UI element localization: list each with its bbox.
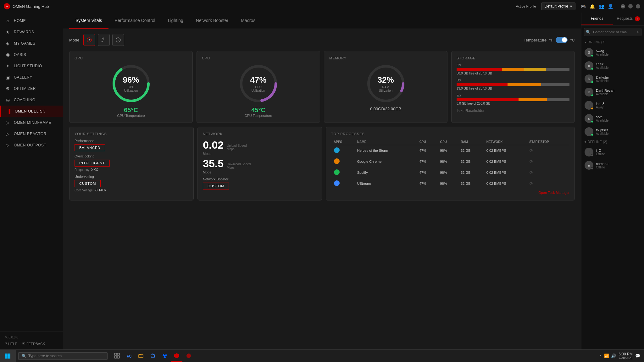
status-dot [591,68,593,70]
titlebar-right: Active Profile Default Profile ▾ 🎮 🔔 👥 👤… [516,3,640,10]
upload-unit: Mbps [203,152,224,156]
taskbar-app-explorer[interactable] [135,350,147,362]
taskbar-app-unknown[interactable] [183,350,194,362]
storage-drive-e-label: E:\ [457,93,569,97]
taskbar-app-omen[interactable] [171,350,182,362]
mode-btn-speedometer[interactable] [83,34,95,46]
gpu-temp: 65°C [124,107,138,114]
friend-item[interactable]: n nomana Offline [581,159,644,172]
stop-icon[interactable]: ⊘ [529,170,533,175]
svg-rect-22 [117,353,119,355]
notification-center-icon[interactable]: 💬 [635,354,640,358]
sidebar-item-optimizer[interactable]: ⚙ OPTIMIZER [0,83,63,94]
minimize-button[interactable]: — [621,4,625,8]
col-name: NAME [355,139,417,145]
sidebar-item-home[interactable]: ⌂ HOME [0,15,63,26]
volume-tray-icon[interactable]: 🔊 [611,354,616,358]
close-button[interactable]: × [636,4,640,8]
process-table: APPS NAME CPU GPU RAM NETWORK START/STOP [331,139,569,189]
sidebar-item-rewards[interactable]: ★ REWARDS [0,26,63,38]
titlebar: O OMEN Gaming Hub Active Profile Default… [0,0,644,13]
tab-performance-control[interactable]: Performance Control [108,13,162,29]
friend-item[interactable]: D Darkstar Available [581,72,644,85]
process-stop-btn[interactable]: ⊘ [527,145,569,156]
stop-icon[interactable]: ⊘ [529,181,533,186]
friend-status: Available [596,66,641,69]
cpu-title: CPU [202,56,315,60]
friend-name: Darkstar [596,75,641,79]
bell-icon[interactable]: 🔔 [590,4,595,9]
toggle-knob [562,37,567,42]
friend-item[interactable]: $ $wag Available [581,46,644,59]
network-booster-value-btn[interactable]: CUSTOM [203,183,229,189]
tab-network-booster[interactable]: Network Booster [190,13,235,29]
performance-value-btn[interactable]: BALANCED [75,144,105,151]
sidebar-item-coaching[interactable]: ◎ COACHING [0,94,63,106]
status-dot [591,120,593,123]
task-view-icon [114,353,120,359]
stop-icon[interactable]: ⊘ [529,159,533,164]
sidebar-item-oasis[interactable]: ◉ OASIS [0,49,63,60]
celsius-label: °C [570,38,575,42]
undervolting-value-btn[interactable]: CUSTOM [75,180,101,187]
tab-friends[interactable]: Friends [581,13,613,25]
sidebar-item-omen-outpost[interactable]: ▷ OMEN OUTPOST [0,140,63,151]
sidebar-item-omen-reactor[interactable]: ▷ OMEN REACTOR [0,128,63,140]
friend-name: srvd [596,115,641,119]
download-labels: Download Speed Mbps [227,162,251,169]
storage-placeholder: Text Placeholder [457,108,569,113]
friend-item[interactable]: s srvd Available [581,112,644,125]
process-stop-btn[interactable]: ⊘ [527,178,569,189]
svg-point-13 [334,147,340,153]
sidebar-item-gallery[interactable]: ▣ GALLERY [0,72,63,83]
tab-system-vitals[interactable]: System Vitals [69,13,108,29]
taskbar-app-store[interactable] [147,350,158,362]
taskbar-app-dropbox[interactable] [159,350,170,362]
status-dot [591,81,593,83]
process-stop-btn[interactable]: ⊘ [527,167,569,178]
friend-item[interactable]: i i_O Offline [581,145,644,159]
network-tray-icon[interactable]: 📶 [604,354,609,358]
cpu-temp: 45°C [251,107,265,114]
avatar-icon[interactable]: 👤 [608,4,613,9]
tab-macros[interactable]: Macros [235,13,262,29]
cpu-percent: 47% [248,75,269,85]
tab-requests-label: Requests [617,16,633,21]
feedback-button[interactable]: ✉ FEEDBACK [22,342,45,346]
friend-item[interactable]: c chair Available [581,59,644,72]
storage-drive-d: D:\ 13.0 GB free of 237.0 GB [457,78,569,90]
refresh-icon[interactable]: ↻ [636,30,640,34]
tab-requests[interactable]: Requests 4 [613,13,644,25]
profile-dropdown[interactable]: Default Profile ▾ [541,3,575,10]
gpu-percent: 96% [121,75,141,85]
sidebar-item-light-studio[interactable]: ✦ LIGHT STUDIO [0,60,63,72]
tray-expand-icon[interactable]: ∧ [599,354,602,358]
process-stop-btn[interactable]: ⊘ [527,156,569,167]
sidebar-item-omen-mindframe[interactable]: ▷ OMEN MINDFRAME [0,117,63,128]
overclocking-value-btn[interactable]: INTELLIGENT [75,160,110,167]
taskbar-app-task-view[interactable] [111,350,123,362]
help-button[interactable]: ? HELP [5,342,17,346]
mode-btn-info[interactable]: i [112,34,124,46]
friend-item[interactable]: D DarthRevan Available [581,85,644,99]
storage-title: STORAGE [457,56,569,60]
open-task-manager-link[interactable]: Open Task Manager [331,191,569,195]
avatar: c [585,61,593,70]
users-icon[interactable]: 👥 [599,4,604,9]
friend-status: Offline [596,152,641,156]
gamepad-icon[interactable]: 🎮 [580,4,586,9]
sidebar-label-oasis: OASIS [14,52,26,57]
friend-item[interactable]: t toliptset Available [581,125,644,138]
stop-icon[interactable]: ⊘ [529,148,533,153]
mode-btn-power[interactable] [98,34,110,46]
sidebar-item-my-games[interactable]: ◈ MY GAMES [0,38,63,49]
temperature-toggle-track[interactable] [556,37,568,43]
friend-name: toliptset [596,128,641,132]
start-button[interactable] [0,350,16,362]
friend-item[interactable]: l lane8 Away [581,99,644,112]
maximize-button[interactable]: □ [628,4,633,8]
sidebar-item-omen-obelisk[interactable]: ▐ OMEN OBELISK [0,106,63,117]
friends-search-input[interactable] [584,28,641,36]
taskbar-app-edge[interactable] [123,350,135,362]
tab-lighting[interactable]: Lighting [162,13,190,29]
